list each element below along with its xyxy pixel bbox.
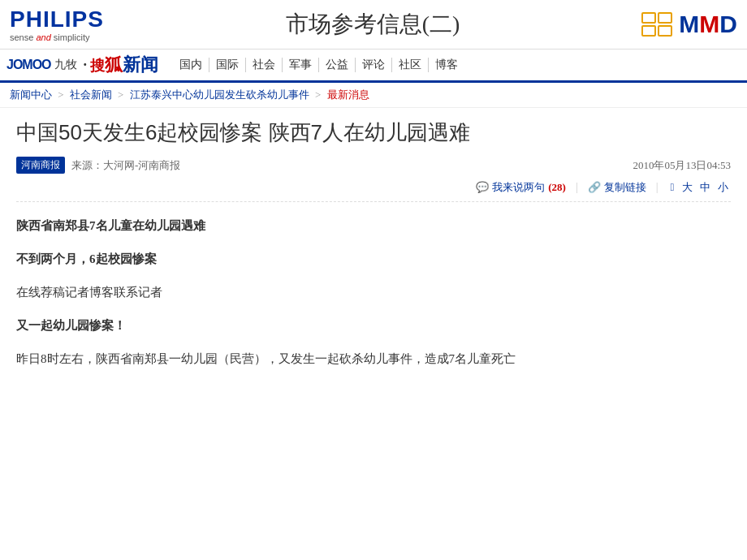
- nav-link-international[interactable]: 国际: [209, 58, 246, 72]
- mmd-icon-1: [641, 12, 656, 24]
- copy-icon: 🔗: [588, 181, 601, 194]
- font-large[interactable]: 大: [682, 181, 693, 193]
- nav-jomoo-logo: JOMOO: [6, 58, 51, 72]
- para-3: 在线荐稿记者博客联系记者: [16, 282, 731, 304]
- mmd-m2: M: [699, 11, 719, 37]
- nav-dot: ·: [84, 57, 88, 74]
- breadcrumb: 新闻中心 > 社会新闻 > 江苏泰兴中心幼儿园发生砍杀幼儿事件 > 最新消息: [0, 83, 747, 108]
- copy-label: 复制链接: [604, 180, 646, 195]
- mmd-icon-3: [641, 25, 656, 37]
- breadcrumb-news-center[interactable]: 新闻中心: [10, 88, 52, 101]
- comment-count: (28): [548, 181, 566, 194]
- mmd-d: D: [719, 11, 737, 37]
- source-row: 河南商报 来源：大河网-河南商报 2010年05月13日04:53: [16, 157, 731, 174]
- font-medium[interactable]: 中: [700, 181, 710, 193]
- nav-link-society[interactable]: 社会: [246, 58, 283, 72]
- nav-link-comment[interactable]: 评论: [356, 58, 392, 72]
- para-2: 不到两个月，6起校园惨案: [16, 248, 731, 270]
- tagline-post: simplicity: [51, 32, 90, 42]
- nav-link-community[interactable]: 社区: [392, 58, 429, 72]
- nav-bar: JOMOO 九牧 · 搜狐新闻 国内 国际 社会 军事 公益 评论 社区 博客: [0, 50, 747, 83]
- nav-link-charity[interactable]: 公益: [319, 58, 356, 72]
- mmd-icon-2: [658, 12, 672, 24]
- source-badge: 河南商报: [16, 157, 65, 174]
- nav-jiumu: 九牧: [54, 58, 77, 72]
- nav-links: 国内 国际 社会 军事 公益 评论 社区 博客: [173, 58, 464, 72]
- nav-sohu-hu: 狐: [105, 53, 123, 77]
- breadcrumb-sep-2: >: [118, 88, 127, 101]
- comment-icon: 💬: [476, 181, 489, 194]
- comment-label: 我来说两句: [492, 180, 545, 195]
- tagline-pre: sense: [10, 32, 36, 42]
- mmd-icon-4: [658, 25, 672, 37]
- comment-btn[interactable]: 💬 我来说两句 (28): [476, 180, 566, 195]
- font-small[interactable]: 小: [718, 181, 728, 193]
- philips-brand: PHILIPS: [10, 6, 104, 32]
- copy-link-btn[interactable]: 🔗 复制链接: [588, 180, 646, 195]
- nav-sohu-wen: 闻: [140, 53, 158, 77]
- mmd-logo: MMD: [641, 11, 737, 38]
- breadcrumb-event[interactable]: 江苏泰兴中心幼儿园发生砍杀幼儿事件: [130, 88, 309, 101]
- font-size-controls:  大 中 小: [668, 180, 732, 195]
- nav-link-domestic[interactable]: 国内: [173, 58, 209, 72]
- action-sep: |: [576, 181, 578, 194]
- tagline-and: and: [36, 32, 50, 42]
- source-left: 河南商报 来源：大河网-河南商报: [16, 157, 180, 174]
- mmd-icon-group: [641, 12, 672, 37]
- article-container: 中国50天发生6起校园惨案 陕西7人在幼儿园遇难 河南商报 来源：大河网-河南商…: [0, 108, 747, 391]
- philips-logo: PHILIPS sense and simplicity: [10, 6, 104, 42]
- nav-link-blog[interactable]: 博客: [429, 58, 464, 72]
- source-text: 来源：大河网-河南商报: [71, 158, 180, 173]
- nav-sohu-xin: 新: [123, 53, 140, 77]
- nav-sohu-brand: 搜狐新闻: [90, 53, 158, 77]
- para-4: 又一起幼儿园惨案！: [16, 315, 731, 337]
- breadcrumb-sep-1: >: [58, 88, 67, 101]
- article-date: 2010年05月13日04:53: [633, 158, 731, 173]
- font-large-icon: : [671, 181, 675, 193]
- mmd-text: MMD: [679, 11, 737, 38]
- nav-sohu-sou: 搜: [90, 56, 105, 75]
- breadcrumb-current: 最新消息: [327, 88, 369, 101]
- para-5: 昨日8时左右，陕西省南郑县一幼儿园（民营），又发生一起砍杀幼儿事件，造成7名儿童…: [16, 348, 731, 370]
- nav-link-military[interactable]: 军事: [283, 58, 319, 72]
- article-headline: 中国50天发生6起校园惨案 陕西7人在幼儿园遇难: [16, 118, 731, 147]
- breadcrumb-society-news[interactable]: 社会新闻: [70, 88, 112, 101]
- para-1: 陕西省南郑县7名儿童在幼儿园遇难: [16, 215, 731, 237]
- philips-tagline: sense and simplicity: [10, 32, 104, 42]
- action-row: 💬 我来说两句 (28) | 🔗 复制链接 |  大 中 小: [16, 180, 731, 202]
- mmd-m1: M: [679, 11, 699, 37]
- page-title: 市场参考信息(二): [104, 9, 641, 40]
- page-header: PHILIPS sense and simplicity 市场参考信息(二) M…: [0, 0, 747, 50]
- article-body: 陕西省南郑县7名儿童在幼儿园遇难 不到两个月，6起校园惨案 在线荐稿记者博客联系…: [16, 215, 731, 370]
- breadcrumb-sep-3: >: [315, 88, 324, 101]
- action-sep-2: |: [656, 181, 658, 194]
